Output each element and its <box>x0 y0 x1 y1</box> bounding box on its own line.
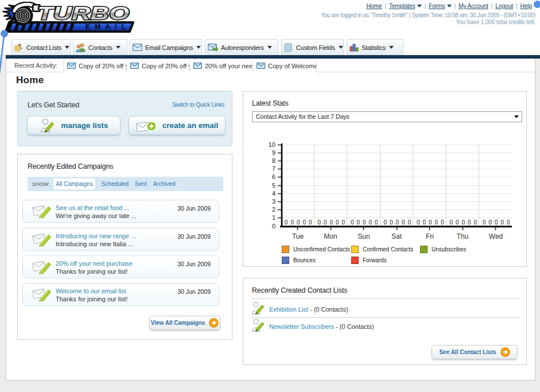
svg-text:5: 5 <box>272 182 275 189</box>
svg-text:7: 7 <box>272 165 275 172</box>
svg-text:6: 6 <box>272 173 275 180</box>
svg-text:0: 0 <box>297 219 300 226</box>
svg-text:4: 4 <box>272 190 275 197</box>
svg-text:Mon: Mon <box>324 232 337 240</box>
svg-text:0: 0 <box>272 223 275 230</box>
svg-text:3: 3 <box>272 198 275 205</box>
svg-text:Sat: Sat <box>391 232 402 240</box>
svg-text:9: 9 <box>272 149 275 156</box>
svg-text:Sun: Sun <box>358 232 370 240</box>
svg-text:10: 10 <box>269 141 275 148</box>
svg-text:0: 0 <box>285 219 288 226</box>
svg-text:2: 2 <box>272 206 275 213</box>
svg-text:0: 0 <box>309 219 312 226</box>
svg-text:1: 1 <box>272 214 275 221</box>
svg-text:Thu: Thu <box>457 232 469 240</box>
svg-text:Wed: Wed <box>489 232 503 240</box>
svg-text:TURBO: TURBO <box>37 3 129 24</box>
svg-text:0: 0 <box>291 219 294 226</box>
svg-text:0: 0 <box>303 219 306 226</box>
svg-text:Tue: Tue <box>292 232 304 240</box>
svg-text:Fri: Fri <box>426 232 434 240</box>
svg-text:8: 8 <box>272 157 275 164</box>
